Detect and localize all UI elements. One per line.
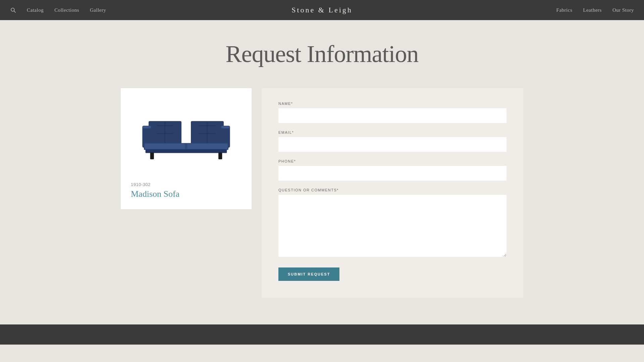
svg-rect-13	[145, 144, 185, 149]
site-logo: Stone & Leigh	[291, 6, 353, 14]
product-sku: 1910-302	[131, 182, 241, 187]
product-card: 1910-302 Madison Sofa	[121, 88, 252, 209]
name-input[interactable]	[278, 108, 506, 123]
product-name: Madison Sofa	[131, 189, 241, 199]
email-label: EMAIL*	[278, 130, 506, 134]
phone-input[interactable]	[278, 166, 506, 181]
email-input[interactable]	[278, 137, 506, 152]
svg-point-0	[11, 8, 14, 11]
svg-rect-17	[218, 153, 222, 160]
page-title: Request Information	[226, 40, 419, 68]
submit-button[interactable]: SUBMIT REQUEST	[278, 267, 339, 281]
svg-rect-19	[221, 126, 230, 128]
search-icon[interactable]	[10, 7, 16, 13]
form-panel: NAME* EMAIL* PHONE* QUESTION OR COMMENTS…	[262, 88, 523, 298]
nav-gallery[interactable]: Gallery	[90, 7, 106, 13]
svg-line-1	[14, 11, 16, 13]
nav-fabrics[interactable]: Fabrics	[556, 7, 573, 13]
footer	[0, 324, 644, 345]
main-content: Request Information	[0, 20, 644, 324]
comments-label: QUESTION OR COMMENTS*	[278, 188, 506, 192]
product-image-area	[131, 98, 241, 175]
nav-collections[interactable]: Collections	[54, 7, 79, 13]
nav-right: Fabrics Leathers Our Story	[556, 7, 634, 13]
svg-rect-16	[150, 153, 154, 160]
main-nav: Catalog Collections Gallery Stone & Leig…	[0, 0, 644, 20]
svg-rect-18	[142, 126, 151, 128]
nav-left: Catalog Collections Gallery	[10, 7, 106, 13]
nav-catalog[interactable]: Catalog	[27, 7, 44, 13]
nav-leathers[interactable]: Leathers	[583, 7, 602, 13]
name-label: NAME*	[278, 102, 506, 106]
nav-our-story[interactable]: Our Story	[612, 7, 634, 13]
phone-label: PHONE*	[278, 159, 506, 163]
svg-rect-14	[187, 144, 227, 149]
content-row: 1910-302 Madison Sofa NAME* EMAIL* PHONE…	[121, 88, 523, 298]
svg-rect-15	[146, 149, 227, 153]
comments-textarea[interactable]	[278, 195, 506, 257]
sofa-image	[139, 110, 233, 164]
